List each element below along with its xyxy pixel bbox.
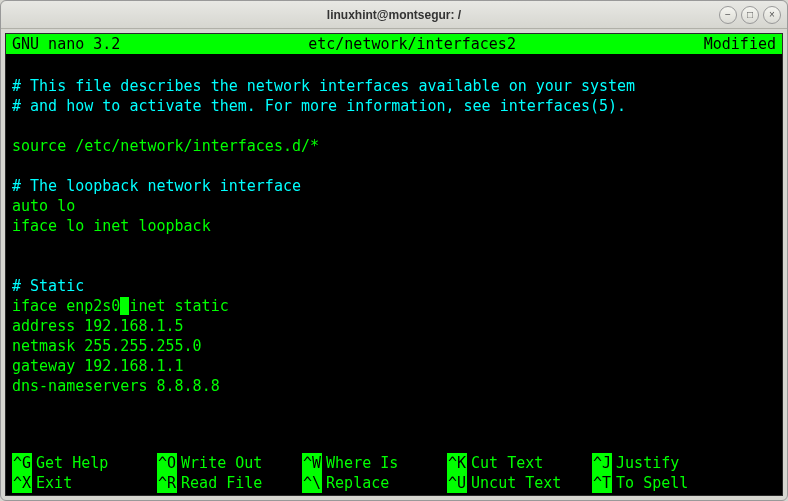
maximize-button[interactable]: □ [741,6,759,24]
config-line: address 192.168.1.5 [12,316,776,336]
minimize-button[interactable]: − [719,6,737,24]
editor-content[interactable]: # This file describes the network interf… [6,54,782,396]
shortcut-uncut-text[interactable]: ^UUncut Text [447,473,592,493]
comment-line: # and how to activate them. For more inf… [12,96,776,116]
shortcut-replace[interactable]: ^\Replace [302,473,447,493]
terminal-area[interactable]: GNU nano 3.2 etc/network/interfaces2 Mod… [5,33,783,496]
config-line: source /etc/network/interfaces.d/* [12,136,776,156]
shortcut-write-out[interactable]: ^OWrite Out [157,453,302,473]
config-line: netmask 255.255.255.0 [12,336,776,356]
nano-shortcut-bar: ^GGet Help ^OWrite Out ^WWhere Is ^KCut … [12,453,776,493]
comment-line: # Static [12,276,776,296]
config-line: iface lo inet loopback [12,216,776,236]
nano-header-bar: GNU nano 3.2 etc/network/interfaces2 Mod… [6,34,782,54]
window-title: linuxhint@montsegur: / [327,8,461,22]
window-titlebar: linuxhint@montsegur: / − □ × [1,1,787,29]
shortcut-get-help[interactable]: ^GGet Help [12,453,157,473]
config-line: dns-nameservers 8.8.8.8 [12,376,776,396]
window-controls: − □ × [719,6,781,24]
nano-status: Modified [704,34,776,54]
config-line: gateway 192.168.1.1 [12,356,776,376]
config-line-cursor: iface enp2s0inet static [12,296,776,316]
nano-version: GNU nano 3.2 [12,34,120,54]
comment-line: # This file describes the network interf… [12,76,776,96]
close-button[interactable]: × [763,6,781,24]
shortcut-to-spell[interactable]: ^TTo Spell [592,473,737,493]
nano-filepath: etc/network/interfaces2 [120,34,703,54]
shortcut-justify[interactable]: ^JJustify [592,453,737,473]
shortcut-exit[interactable]: ^XExit [12,473,157,493]
shortcut-cut-text[interactable]: ^KCut Text [447,453,592,473]
shortcut-where-is[interactable]: ^WWhere Is [302,453,447,473]
config-line: auto lo [12,196,776,216]
terminal-window: linuxhint@montsegur: / − □ × GNU nano 3.… [0,0,788,501]
comment-line: # The loopback network interface [12,176,776,196]
shortcut-read-file[interactable]: ^RRead File [157,473,302,493]
